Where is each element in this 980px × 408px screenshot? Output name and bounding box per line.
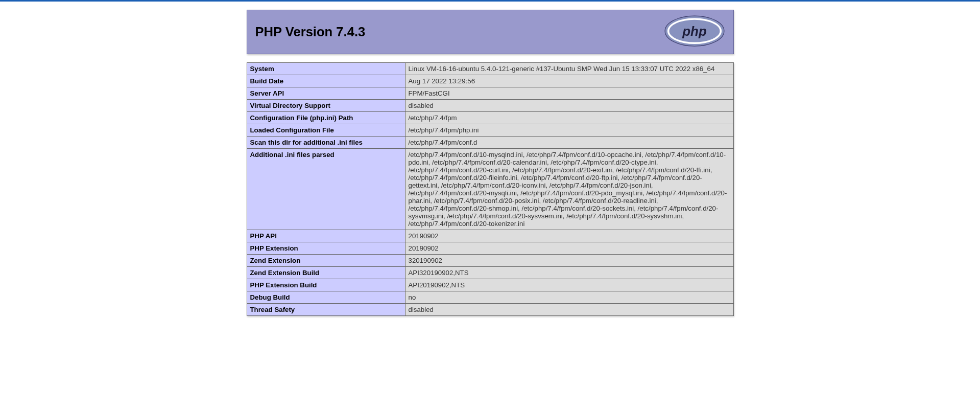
table-row: Zend Extension320190902 xyxy=(247,255,733,267)
top-accent-bar xyxy=(0,0,980,2)
row-value: /etc/php/7.4/fpm/conf.d xyxy=(405,137,733,149)
table-row: Additional .ini files parsed/etc/php/7.4… xyxy=(247,149,733,230)
row-value: disabled xyxy=(405,100,733,112)
table-row: PHP Extension BuildAPI20190902,NTS xyxy=(247,279,733,291)
table-row: Thread Safetydisabled xyxy=(247,304,733,316)
table-row: Loaded Configuration File/etc/php/7.4/fp… xyxy=(247,124,733,137)
row-value: API320190902,NTS xyxy=(405,267,733,279)
table-row: Build DateAug 17 2022 13:29:56 xyxy=(247,75,733,87)
row-value: /etc/php/7.4/fpm xyxy=(405,112,733,124)
phpinfo-table: SystemLinux VM-16-16-ubuntu 5.4.0-121-ge… xyxy=(247,62,734,316)
table-row: Configuration File (php.ini) Path/etc/ph… xyxy=(247,112,733,124)
table-row: Debug Buildno xyxy=(247,291,733,304)
row-label: System xyxy=(247,63,405,75)
row-value: disabled xyxy=(405,304,733,316)
row-value: 20190902 xyxy=(405,242,733,255)
row-label: PHP API xyxy=(247,230,405,242)
row-label: Build Date xyxy=(247,75,405,87)
row-label: Scan this dir for additional .ini files xyxy=(247,137,405,149)
row-value: API20190902,NTS xyxy=(405,279,733,291)
row-label: Thread Safety xyxy=(247,304,405,316)
table-row: Zend Extension BuildAPI320190902,NTS xyxy=(247,267,733,279)
row-label: Loaded Configuration File xyxy=(247,124,405,137)
row-value: FPM/FastCGI xyxy=(405,87,733,100)
row-label: Configuration File (php.ini) Path xyxy=(247,112,405,124)
row-label: Zend Extension Build xyxy=(247,267,405,279)
table-row: PHP API20190902 xyxy=(247,230,733,242)
table-row: Virtual Directory Supportdisabled xyxy=(247,100,733,112)
row-value: /etc/php/7.4/fpm/php.ini xyxy=(405,124,733,137)
row-value: 20190902 xyxy=(405,230,733,242)
svg-text:php: php xyxy=(682,24,707,39)
table-row: SystemLinux VM-16-16-ubuntu 5.4.0-121-ge… xyxy=(247,63,733,75)
row-value: 320190902 xyxy=(405,255,733,267)
phpinfo-container: PHP Version 7.4.3 php SystemLinux VM-16-… xyxy=(247,10,734,316)
row-label: PHP Extension Build xyxy=(247,279,405,291)
row-value: no xyxy=(405,291,733,304)
row-label: PHP Extension xyxy=(247,242,405,255)
row-label: Zend Extension xyxy=(247,255,405,267)
row-label: Virtual Directory Support xyxy=(247,100,405,112)
table-row: Scan this dir for additional .ini files/… xyxy=(247,137,733,149)
row-value: /etc/php/7.4/fpm/conf.d/10-mysqlnd.ini, … xyxy=(405,149,733,230)
page-title: PHP Version 7.4.3 xyxy=(255,25,366,39)
table-row: Server APIFPM/FastCGI xyxy=(247,87,733,100)
row-value: Aug 17 2022 13:29:56 xyxy=(405,75,733,87)
phpinfo-table-body: SystemLinux VM-16-16-ubuntu 5.4.0-121-ge… xyxy=(247,63,733,316)
phpinfo-header: PHP Version 7.4.3 php xyxy=(247,10,734,54)
row-label: Debug Build xyxy=(247,291,405,304)
row-label: Server API xyxy=(247,87,405,100)
php-logo-icon: php xyxy=(664,15,725,49)
row-label: Additional .ini files parsed xyxy=(247,149,405,230)
table-row: PHP Extension20190902 xyxy=(247,242,733,255)
row-value: Linux VM-16-16-ubuntu 5.4.0-121-generic … xyxy=(405,63,733,75)
